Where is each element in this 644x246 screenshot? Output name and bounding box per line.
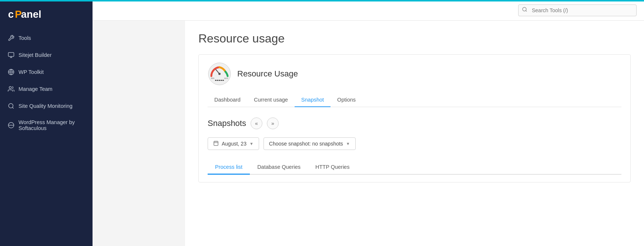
card-title: Resource Usage [237,69,298,79]
svg-text:MAX: MAX [224,77,229,79]
card-header: MIN MAX Resource Usage [208,62,621,86]
resource-usage-card: MIN MAX Resource Usage Dashboard Current… [198,54,631,182]
monitor-icon [7,51,15,59]
sub-tab-database-queries[interactable]: Database Queries [250,160,308,175]
sidebar-item-wordpress-manager-label: WordPress Manager by Softaculous [19,119,85,131]
svg-rect-18 [219,80,220,81]
cpanel-logo-svg: c P anel [7,7,48,21]
svg-point-5 [9,86,11,89]
svg-rect-19 [221,80,222,81]
calendar-icon [213,140,219,147]
search-magnify-icon [7,102,15,110]
svg-text:anel: anel [21,8,41,20]
wrench-icon [7,34,15,42]
wordpress-icon [7,68,15,76]
svg-rect-21 [214,141,218,146]
svg-rect-17 [217,80,218,81]
tab-options[interactable]: Options [331,93,362,107]
sidebar-item-wptoolkit[interactable]: WP Toolkit [0,64,93,81]
sidebar-item-site-quality[interactable]: Site Quality Monitoring [0,98,93,115]
gauge-icon: MIN MAX [208,62,231,86]
svg-point-13 [218,73,221,75]
search-icon [522,7,527,14]
snapshot-dropdown[interactable]: Choose snapshot: no snapshots ▼ [264,137,356,150]
svg-point-6 [9,103,13,108]
dropdowns-row: August, 23 ▼ Choose snapshot: no snapsho… [208,137,621,150]
svg-line-7 [12,107,13,108]
date-dropdown-caret: ▼ [249,141,254,146]
svg-text:P: P [15,8,21,20]
snapshots-section-title: Snapshots [208,119,246,128]
sidebar-item-manage-team-label: Manage Team [19,86,53,92]
date-dropdown-label: August, 23 [222,141,246,147]
sidebar: c P anel Tools Sitejet Builder WP Toolki… [0,0,93,246]
tabs-container: Dashboard Current usage Snapshot Options [208,93,621,107]
page-title: Resource usage [198,32,631,45]
svg-rect-20 [222,80,224,81]
users-icon [7,85,15,93]
sidebar-item-manage-team[interactable]: Manage Team [0,81,93,98]
topbar [93,0,644,21]
snapshot-dropdown-label: Choose snapshot: no snapshots [269,141,343,147]
svg-rect-3 [9,52,14,57]
svg-text:c: c [8,8,14,20]
sidebar-item-tools-label: Tools [19,35,31,41]
sub-tab-process-list[interactable]: Process list [208,160,250,175]
svg-text:MIN: MIN [211,77,215,79]
tab-dashboard[interactable]: Dashboard [208,93,247,107]
sidebar-item-sitejet-label: Sitejet Builder [19,52,51,58]
svg-point-9 [523,7,526,11]
sidebar-item-wptoolkit-label: WP Toolkit [19,69,44,75]
teal-accent-bar [0,0,644,1]
svg-rect-16 [215,80,217,81]
sidebar-logo: c P anel [0,0,93,30]
sidebar-item-wordpress-manager[interactable]: WordPress Manager by Softaculous [0,115,93,136]
tab-current-usage[interactable]: Current usage [247,93,295,107]
wordpress2-icon [7,122,15,129]
sub-tabs-container: Process list Database Queries HTTP Queri… [208,160,621,175]
main-content: Resource usage MIN MAX [185,21,644,246]
sidebar-item-tools[interactable]: Tools [0,30,93,47]
sidebar-item-site-quality-label: Site Quality Monitoring [19,103,73,109]
sidebar-item-sitejet[interactable]: Sitejet Builder [0,47,93,64]
tab-snapshot[interactable]: Snapshot [295,93,331,107]
search-input[interactable] [518,4,637,16]
snapshots-title-row: Snapshots « » [208,117,621,129]
snapshot-dropdown-caret: ▼ [346,141,350,146]
sub-tab-http-queries[interactable]: HTTP Queries [308,160,357,175]
svg-line-10 [526,10,527,11]
next-snapshot-button[interactable]: » [267,117,279,129]
date-dropdown[interactable]: August, 23 ▼ [208,137,259,150]
prev-snapshot-button[interactable]: « [251,117,262,129]
search-wrapper [518,4,637,16]
